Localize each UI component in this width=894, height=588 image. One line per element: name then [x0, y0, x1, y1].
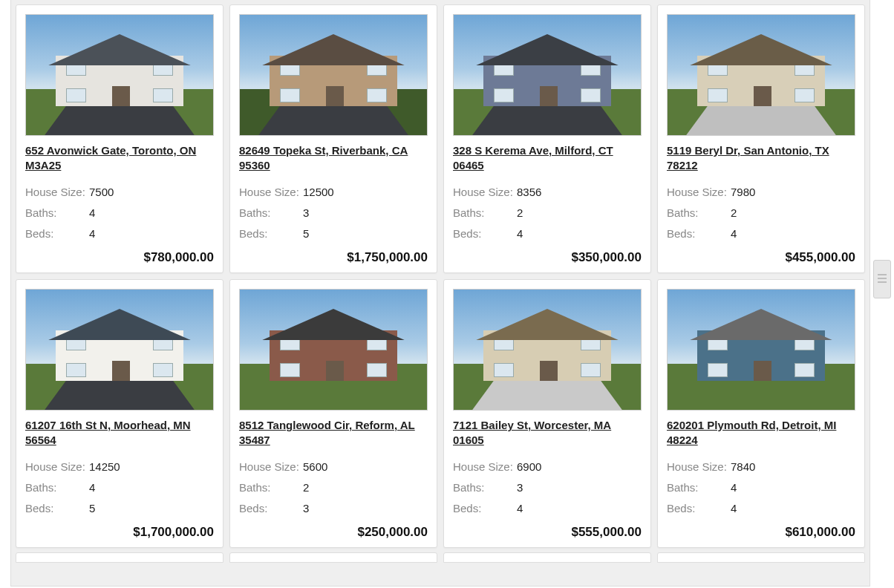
beds-label: Beds:	[453, 498, 517, 519]
beds-value: 4	[517, 223, 523, 244]
beds-value: 4	[89, 223, 95, 244]
listing-card[interactable]: 5119 Beryl Dr, San Antonio, TX 78212 Hou…	[657, 4, 865, 273]
listing-card[interactable]: 328 S Kerema Ave, Milford, CT 06465 Hous…	[443, 4, 651, 273]
listing-photo[interactable]	[239, 14, 428, 136]
beds-label: Beds:	[453, 223, 517, 244]
listing-specs: House Size: 5600 Baths: 2 Beds: 3	[239, 457, 428, 519]
house-size-value: 7980	[731, 182, 755, 203]
listing-price: $455,000.00	[667, 250, 855, 265]
listing-card[interactable]: 82649 Topeka St, Riverbank, CA 95360 Hou…	[229, 4, 437, 273]
baths-value: 2	[303, 477, 309, 498]
listing-card-stub	[443, 552, 651, 563]
house-size-label: House Size:	[453, 457, 517, 477]
listing-photo[interactable]	[25, 14, 214, 136]
baths-label: Baths:	[25, 477, 89, 498]
listing-card[interactable]: 652 Avonwick Gate, Toronto, ON M3A25 Hou…	[16, 4, 224, 273]
listing-photo[interactable]	[453, 14, 642, 136]
listing-specs: House Size: 6900 Baths: 3 Beds: 4	[453, 457, 642, 519]
listings-panel: 652 Avonwick Gate, Toronto, ON M3A25 Hou…	[10, 0, 870, 587]
listing-address-link[interactable]: 61207 16th St N, Moorhead, MN 56564	[25, 418, 214, 449]
house-size-label: House Size:	[25, 182, 89, 203]
listing-specs: House Size: 14250 Baths: 4 Beds: 5	[25, 457, 214, 519]
baths-label: Baths:	[25, 203, 89, 223]
listing-photo[interactable]	[667, 14, 855, 136]
listing-address-link[interactable]: 620201 Plymouth Rd, Detroit, MI 48224	[667, 418, 855, 449]
baths-value: 2	[731, 203, 737, 223]
house-size-value: 14250	[89, 457, 120, 477]
listing-card[interactable]: 8512 Tanglewood Cir, Reform, AL 35487 Ho…	[229, 279, 437, 548]
beds-label: Beds:	[239, 498, 303, 519]
beds-label: Beds:	[25, 223, 89, 244]
baths-value: 2	[517, 203, 523, 223]
house-size-value: 5600	[303, 457, 327, 477]
baths-label: Baths:	[453, 477, 517, 498]
listing-card[interactable]: 7121 Bailey St, Worcester, MA 01605 Hous…	[443, 279, 651, 548]
listing-card-stub	[229, 552, 437, 563]
beds-label: Beds:	[239, 223, 303, 244]
vertical-scrollbar[interactable]	[873, 260, 891, 298]
house-size-label: House Size:	[239, 457, 303, 477]
beds-label: Beds:	[667, 498, 731, 519]
house-size-label: House Size:	[453, 182, 517, 203]
house-size-label: House Size:	[239, 182, 303, 203]
listing-address-link[interactable]: 328 S Kerema Ave, Milford, CT 06465	[453, 143, 642, 174]
baths-label: Baths:	[239, 477, 303, 498]
listing-price: $780,000.00	[25, 250, 214, 265]
listing-address-link[interactable]: 7121 Bailey St, Worcester, MA 01605	[453, 418, 642, 449]
listing-photo[interactable]	[667, 289, 855, 411]
house-size-value: 7500	[89, 182, 114, 203]
next-row-peek	[11, 552, 869, 563]
beds-value: 5	[303, 223, 309, 244]
listing-specs: House Size: 7840 Baths: 4 Beds: 4	[667, 457, 855, 519]
listings-grid: 652 Avonwick Gate, Toronto, ON M3A25 Hou…	[11, 0, 869, 552]
resize-grip[interactable]	[425, 578, 455, 584]
listing-address-link[interactable]: 652 Avonwick Gate, Toronto, ON M3A25	[25, 143, 214, 174]
listing-address-link[interactable]: 8512 Tanglewood Cir, Reform, AL 35487	[239, 418, 428, 449]
listing-price: $610,000.00	[667, 525, 855, 540]
listing-price: $250,000.00	[239, 525, 428, 540]
baths-label: Baths:	[667, 203, 731, 223]
listing-address-link[interactable]: 82649 Topeka St, Riverbank, CA 95360	[239, 143, 428, 174]
listing-price: $1,700,000.00	[25, 525, 214, 540]
beds-value: 3	[303, 498, 309, 519]
house-size-label: House Size:	[667, 182, 731, 203]
house-size-label: House Size:	[667, 457, 731, 477]
beds-value: 4	[731, 223, 737, 244]
listing-specs: House Size: 7500 Baths: 4 Beds: 4	[25, 182, 214, 244]
baths-label: Baths:	[239, 203, 303, 223]
beds-value: 4	[517, 498, 523, 519]
house-size-value: 12500	[303, 182, 334, 203]
listing-price: $1,750,000.00	[239, 250, 428, 265]
house-size-label: House Size:	[25, 457, 89, 477]
listing-address-link[interactable]: 5119 Beryl Dr, San Antonio, TX 78212	[667, 143, 855, 174]
listing-photo[interactable]	[25, 289, 214, 411]
listing-photo[interactable]	[239, 289, 428, 411]
baths-value: 3	[517, 477, 523, 498]
listing-specs: House Size: 12500 Baths: 3 Beds: 5	[239, 182, 428, 244]
beds-value: 5	[89, 498, 95, 519]
listing-photo[interactable]	[453, 289, 642, 411]
listing-price: $350,000.00	[453, 250, 642, 265]
listing-card-stub	[657, 552, 865, 563]
house-size-value: 7840	[731, 457, 755, 477]
house-size-value: 6900	[517, 457, 541, 477]
baths-value: 3	[303, 203, 309, 223]
baths-value: 4	[89, 203, 95, 223]
listing-card-stub	[16, 552, 224, 563]
listing-card[interactable]: 620201 Plymouth Rd, Detroit, MI 48224 Ho…	[657, 279, 865, 548]
beds-label: Beds:	[25, 498, 89, 519]
baths-value: 4	[89, 477, 95, 498]
house-size-value: 8356	[517, 182, 541, 203]
baths-label: Baths:	[667, 477, 731, 498]
beds-value: 4	[731, 498, 737, 519]
listing-specs: House Size: 8356 Baths: 2 Beds: 4	[453, 182, 642, 244]
baths-label: Baths:	[453, 203, 517, 223]
listing-specs: House Size: 7980 Baths: 2 Beds: 4	[667, 182, 855, 244]
beds-label: Beds:	[667, 223, 731, 244]
baths-value: 4	[731, 477, 737, 498]
listing-card[interactable]: 61207 16th St N, Moorhead, MN 56564 Hous…	[16, 279, 224, 548]
listing-price: $555,000.00	[453, 525, 642, 540]
